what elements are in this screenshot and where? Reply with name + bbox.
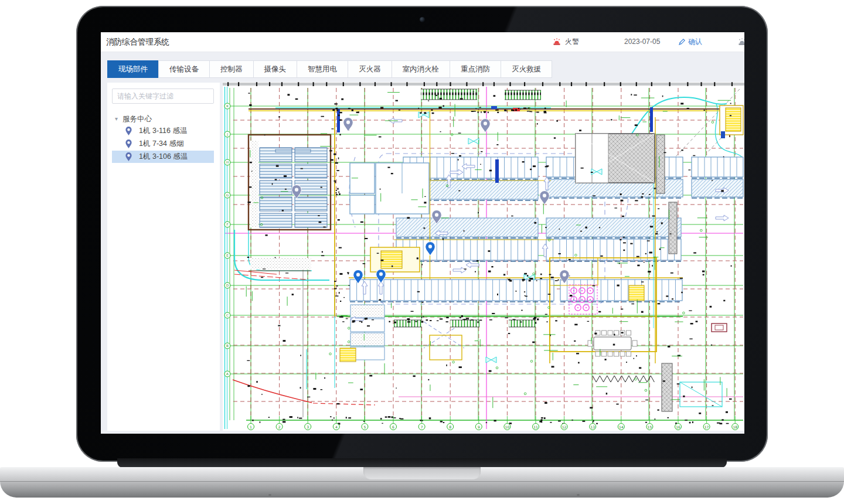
floor-plan-viewport[interactable]: KJHGFEDCBA123456789101112131415161718 [223,82,744,431]
svg-text:G: G [226,193,229,197]
svg-text:E: E [226,254,229,257]
svg-text:14: 14 [619,425,624,429]
svg-text:D: D [226,284,229,287]
tab-fire-rescue[interactable]: 灭火救援 [501,60,552,78]
caret-down-icon: ▾ [115,113,118,125]
laptop-foot [577,494,580,496]
status-date: 2023-07-05 [624,32,660,52]
svg-text:13: 13 [590,425,595,429]
svg-text:1: 1 [250,425,252,429]
tree-root-service-center[interactable]: ▾ 服务中心 [107,113,220,125]
svg-text:3: 3 [307,425,309,429]
svg-text:H: H [226,161,229,164]
fire-alarm-label: 火警 [565,37,579,47]
svg-text:12: 12 [562,425,567,429]
location-pin-icon [125,139,132,149]
svg-text:J: J [226,132,228,137]
svg-text:11: 11 [533,425,538,429]
confirm-label: 确认 [688,37,702,47]
tab-smart-power[interactable]: 智慧用电 [297,60,348,78]
svg-text:4: 4 [335,425,338,429]
device-label: 1机 3-106 感温 [139,152,188,161]
siren-icon [552,38,561,46]
filter-input[interactable] [112,88,214,104]
tab-key-fire-protection[interactable]: 重点消防 [450,60,501,78]
tree-root-label: 服务中心 [122,115,152,123]
location-pin-icon [125,126,132,136]
tab-indoor-hydrants[interactable]: 室内消火栓 [392,60,451,78]
svg-text:A: A [226,372,229,376]
laptop-lid-notch [363,467,481,479]
device-tree: 1机 3-116 感温 1机 7-34 感烟 1机 3-106 感温 [107,125,220,164]
tab-cameras[interactable]: 摄像头 [253,60,298,78]
app-header: 消防综合管理系统 火警 2023-07-05 确认 [101,32,744,52]
sidebar-panel: ▾ 服务中心 1机 3-116 感温 1机 7-34 感烟 [107,83,220,431]
svg-text:10: 10 [505,425,510,429]
tab-bar: 现场部件 传输设备 控制器 摄像头 智慧用电 灭火器 室内消火栓 重点消防 灭火… [107,60,552,78]
svg-text:C: C [226,314,229,317]
svg-text:18: 18 [733,425,737,429]
tree-item-device-3[interactable]: 1机 3-106 感温 [112,151,214,163]
siren-icon-secondary [737,38,744,46]
tab-extinguishers[interactable]: 灭火器 [348,60,392,78]
tab-field-components[interactable]: 现场部件 [107,60,159,78]
svg-text:15: 15 [648,425,652,429]
svg-text:2: 2 [278,425,281,429]
svg-text:17: 17 [705,425,709,429]
screen: 消防综合管理系统 火警 2023-07-05 确认 [101,32,744,434]
device-label: 1机 3-116 感温 [139,127,187,135]
svg-text:16: 16 [676,425,680,429]
laptop-foot [268,494,271,496]
laptop-mockup: 消防综合管理系统 火警 2023-07-05 确认 [0,0,844,504]
svg-text:K: K [226,104,229,108]
laptop-base-bottom [0,481,844,498]
svg-text:5: 5 [363,425,366,429]
svg-text:F: F [226,223,228,226]
svg-text:B: B [226,344,229,348]
fire-alarm-indicator[interactable]: 火警 [552,32,579,52]
tab-controllers[interactable]: 控制器 [209,60,254,78]
svg-text:9: 9 [478,425,480,429]
tree-item-device-1[interactable]: 1机 3-116 感温 [112,125,214,137]
location-pin-icon [125,152,132,162]
laptop-hinge [117,458,727,468]
confirm-button[interactable]: 确认 [678,32,702,52]
svg-text:6: 6 [392,425,394,429]
tab-transmission-devices[interactable]: 传输设备 [158,60,210,78]
svg-text:7: 7 [421,425,423,429]
tree-item-device-2[interactable]: 1机 7-34 感烟 [112,138,214,150]
laptop-camera-icon [420,17,425,22]
device-label: 1机 7-34 感烟 [139,139,183,148]
floor-plan-svg[interactable]: KJHGFEDCBA123456789101112131415161718 [223,82,744,431]
pen-icon [678,38,686,46]
app-title: 消防综合管理系统 [106,32,169,52]
svg-text:8: 8 [449,425,451,429]
